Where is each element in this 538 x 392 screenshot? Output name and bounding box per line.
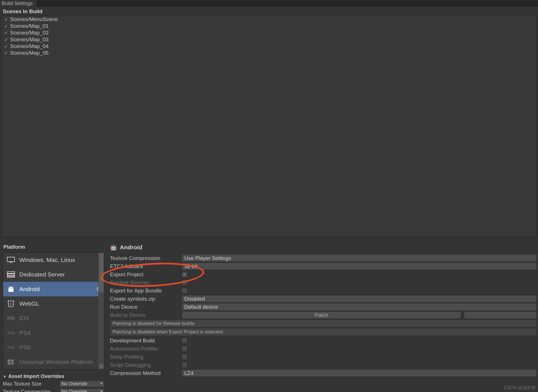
max-texture-size-label: Max Texture Size bbox=[3, 381, 42, 387]
export-app-bundle-checkbox[interactable] bbox=[182, 288, 187, 294]
server-icon bbox=[6, 271, 15, 278]
texture-compression-override-label: Texture Compression bbox=[3, 389, 50, 392]
monitor-icon bbox=[6, 256, 15, 264]
scene-row[interactable]: ✓Scenes/Map_04 bbox=[1, 43, 537, 50]
platform-header: Platform bbox=[3, 244, 104, 252]
triangle-down-icon: ▼ bbox=[3, 374, 7, 379]
platform-item-standalone[interactable]: Windows, Mac, Linux bbox=[3, 253, 104, 267]
platform-label: PS4 bbox=[19, 329, 31, 336]
export-project-label: Export Project bbox=[108, 271, 182, 278]
symlink-sources-checkbox[interactable] bbox=[182, 280, 187, 285]
scene-path: Scenes/Map_02 bbox=[10, 30, 49, 36]
platform-item-ios[interactable]: iOS iOS bbox=[3, 311, 104, 326]
run-device-dropdown[interactable]: Default device bbox=[182, 303, 537, 311]
checkmark-icon: ✓ bbox=[4, 44, 8, 49]
platform-item-dedicated-server[interactable]: Dedicated Server bbox=[3, 267, 104, 282]
scroll-thumb[interactable] bbox=[99, 253, 104, 292]
patch-note-1: Patching is disabled for Release builds bbox=[110, 320, 537, 328]
max-texture-size-dropdown[interactable]: No Override bbox=[59, 381, 104, 387]
checkmark-icon: ✓ bbox=[4, 17, 8, 22]
scene-row[interactable]: ✓Scenes/Map_03 bbox=[1, 36, 537, 43]
ps5-icon: PS5 bbox=[6, 344, 15, 351]
settings-title: 🤖 Android bbox=[108, 244, 538, 254]
checkmark-icon: ✓ bbox=[4, 37, 8, 42]
scrollbar[interactable] bbox=[98, 253, 104, 369]
checkmark-icon: ✓ bbox=[4, 50, 8, 56]
development-build-label: Development Build bbox=[108, 338, 182, 344]
platform-item-webgl[interactable]: 5 WebGL bbox=[3, 296, 104, 311]
svg-rect-3 bbox=[7, 274, 15, 276]
svg-rect-10 bbox=[8, 359, 10, 362]
platform-label: Dedicated Server bbox=[19, 271, 65, 278]
texture-compression-dropdown[interactable]: Use Player Settings bbox=[182, 254, 537, 262]
scenes-in-build-header: Scenes In Build bbox=[0, 7, 538, 16]
ps4-icon: PS4 bbox=[6, 329, 15, 336]
windows-icon bbox=[6, 358, 15, 366]
platform-item-uwp[interactable]: Universal Windows Platform bbox=[3, 355, 104, 369]
tab-build-settings[interactable]: Build Settings bbox=[0, 0, 36, 7]
create-symbols-dropdown[interactable]: Disabled bbox=[182, 295, 537, 303]
texture-compression-label: Texture Compression bbox=[108, 255, 182, 261]
platform-item-ps4[interactable]: PS4 PS4 bbox=[3, 326, 104, 340]
platform-label: Windows, Mac, Linux bbox=[19, 257, 75, 263]
autoconnect-profiler-label: Autoconnect Profiler bbox=[108, 346, 182, 352]
compression-method-label: Compression Method bbox=[108, 370, 182, 376]
compression-method-dropdown[interactable]: LZ4 bbox=[182, 369, 537, 377]
texture-compression-override-dropdown[interactable]: No Override bbox=[59, 388, 104, 392]
patch-secondary-button[interactable] bbox=[464, 311, 537, 319]
deep-profiling-checkbox[interactable] bbox=[182, 354, 187, 360]
svg-rect-13 bbox=[11, 362, 14, 365]
create-symbols-label: Create symbols.zip bbox=[108, 296, 182, 302]
tab-bar: Build Settings bbox=[0, 0, 538, 7]
scene-path: Scenes/Map_03 bbox=[10, 36, 49, 43]
platform-list: Windows, Mac, Linux Dedicated Server And… bbox=[3, 252, 104, 370]
svg-line-7 bbox=[9, 286, 10, 287]
overrides-title: Asset Import Overrides bbox=[8, 373, 64, 379]
platform-label: PS5 bbox=[19, 344, 31, 351]
settings-title-text: Android bbox=[120, 244, 142, 251]
svg-rect-4 bbox=[7, 276, 15, 277]
html5-icon: 5 bbox=[6, 300, 15, 307]
script-debugging-label: Script Debugging bbox=[108, 362, 182, 368]
export-app-bundle-label: Export for App Bundle bbox=[108, 288, 182, 294]
patch-note-2: Patching is disabled when Export Project… bbox=[110, 328, 537, 336]
platform-item-ps5[interactable]: PS5 PS5 bbox=[3, 340, 104, 355]
svg-rect-12 bbox=[8, 362, 10, 365]
scene-row[interactable]: ✓Scenes/Map_01 bbox=[1, 23, 537, 29]
svg-rect-1 bbox=[10, 262, 12, 263]
platform-label: Universal Windows Platform bbox=[19, 359, 93, 365]
platform-label: WebGL bbox=[19, 300, 39, 307]
android-icon: 🤖 bbox=[110, 244, 117, 251]
checkmark-icon: ✓ bbox=[4, 24, 8, 29]
build-to-device-label: Build to Device bbox=[108, 312, 182, 318]
svg-rect-0 bbox=[7, 257, 15, 262]
scene-path: Scenes/Map_01 bbox=[10, 23, 49, 29]
svg-rect-2 bbox=[7, 272, 15, 273]
autoconnect-profiler-checkbox[interactable] bbox=[182, 346, 187, 352]
development-build-checkbox[interactable] bbox=[182, 338, 187, 343]
scene-path: Scenes/MenuScene bbox=[10, 16, 58, 22]
android-icon bbox=[6, 285, 15, 293]
ios-icon: iOS bbox=[6, 315, 15, 322]
deep-profiling-label: Deep Profiling bbox=[108, 354, 182, 360]
platform-label: Android bbox=[19, 286, 40, 292]
etc2-fallback-label: ETC2 fallback bbox=[108, 263, 182, 269]
etc2-fallback-dropdown[interactable]: 32-bit bbox=[182, 262, 537, 270]
scene-row[interactable]: ✓Scenes/MenuScene bbox=[1, 16, 537, 23]
scene-row[interactable]: ✓Scenes/Map_02 bbox=[1, 29, 537, 36]
scene-row[interactable]: ✓Scenes/Map_05 bbox=[1, 50, 537, 56]
asset-import-overrides-header[interactable]: ▼ Asset Import Overrides bbox=[3, 373, 104, 379]
patch-button[interactable]: Patch bbox=[182, 311, 461, 319]
svg-rect-11 bbox=[11, 359, 14, 362]
svg-point-6 bbox=[12, 288, 13, 289]
scene-path: Scenes/Map_05 bbox=[10, 50, 49, 56]
symlink-sources-label: Symlink Sources bbox=[108, 280, 182, 286]
svg-line-8 bbox=[12, 286, 13, 287]
svg-text:5: 5 bbox=[10, 302, 12, 306]
platform-item-android[interactable]: Android ⚙ bbox=[3, 282, 104, 296]
run-device-label: Run Device bbox=[108, 304, 182, 310]
script-debugging-checkbox[interactable] bbox=[182, 362, 187, 368]
export-project-checkbox[interactable]: ✓ bbox=[182, 272, 187, 277]
scenes-list[interactable]: ✓Scenes/MenuScene ✓Scenes/Map_01 ✓Scenes… bbox=[1, 16, 537, 237]
scroll-down-icon[interactable] bbox=[99, 364, 104, 369]
